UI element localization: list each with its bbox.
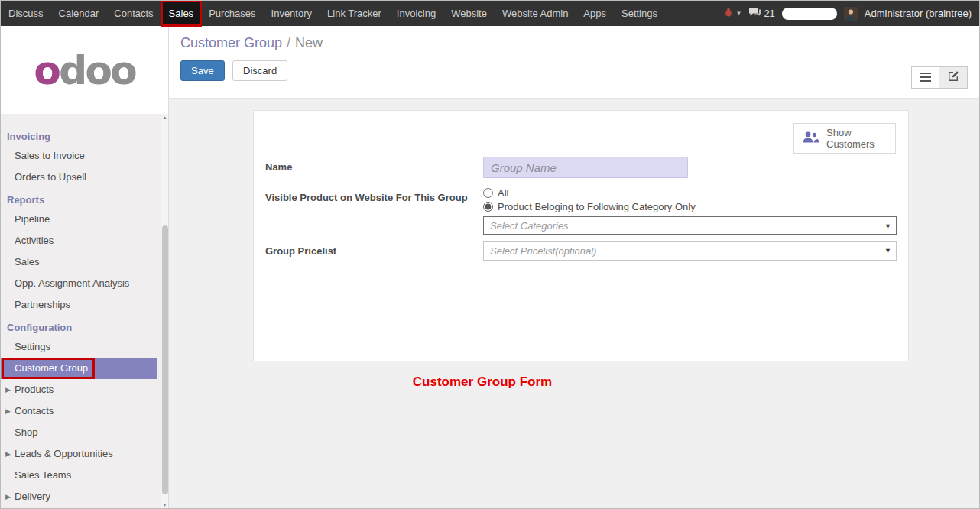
breadcrumb-separator: / [287, 35, 290, 50]
chat-bubble-icon [748, 7, 761, 20]
categories-select[interactable]: Select Categories ▼ [483, 216, 897, 235]
dropdown-caret-icon: ▼ [884, 222, 891, 230]
section-title-reports: Reports [1, 190, 168, 209]
section-title-configuration: Configuration [1, 318, 168, 336]
view-switcher [911, 66, 968, 89]
pricelist-field-label: Group Pricelist [265, 241, 483, 261]
secondary-menu: Invoicing Sales to Invoice Orders to Ups… [1, 114, 168, 507]
chevron-right-icon: ▶ [5, 443, 11, 465]
edit-form-icon [948, 70, 959, 85]
menu-settings[interactable]: Settings [614, 1, 665, 26]
radio-category-only-label[interactable]: Product Beloging to Following Category O… [498, 201, 696, 212]
chevron-right-icon: ▶ [5, 486, 11, 507]
scroll-up-icon[interactable]: ▲ [161, 115, 168, 120]
chevron-down-icon: ▼ [735, 10, 741, 17]
form-card: Show Customers Name Visible Product on W… [253, 110, 909, 361]
sidebar-item-label: Delivery [15, 491, 50, 502]
sidebar-item-sales[interactable]: Sales [1, 251, 168, 273]
radio-option-all: All [483, 187, 897, 199]
message-count: 21 [764, 8, 774, 19]
sidebar: odoo Invoicing Sales to Invoice Orders t… [1, 26, 169, 508]
sidebar-item-label: Leads & Opportunities [15, 448, 113, 459]
sidebar-item-activities[interactable]: Activities [1, 230, 168, 251]
menu-website-admin[interactable]: Website Admin [495, 1, 576, 26]
bug-icon [724, 8, 733, 19]
menu-contacts[interactable]: Contacts [106, 1, 161, 26]
status-pill [782, 8, 837, 20]
sidebar-item-settings[interactable]: Settings [1, 336, 168, 358]
sidebar-item-opp-assignment-analysis[interactable]: Opp. Assignment Analysis [1, 273, 168, 294]
menu-invoicing[interactable]: Invoicing [389, 1, 443, 26]
pricelist-select[interactable]: Select Pricelist(optional) ▼ [483, 241, 897, 261]
sidebar-item-leads-opportunities[interactable]: ▶ Leads & Opportunities [1, 443, 168, 465]
sidebar-item-label: Customer Group [15, 362, 88, 374]
top-navbar: Discuss Calendar Contacts Sales Purchase… [1, 1, 979, 26]
form-fields: Name Visible Product on Website For This… [265, 157, 897, 261]
radio-all-label[interactable]: All [498, 187, 508, 199]
radio-category-only[interactable] [483, 202, 493, 212]
odoo-logo[interactable]: odoo [34, 47, 135, 93]
debug-menu-button[interactable]: ▼ [724, 8, 741, 19]
radio-option-category: Product Beloging to Following Category O… [483, 201, 897, 212]
form-view-button[interactable] [939, 66, 968, 89]
form-view: Show Customers Name Visible Product on W… [169, 99, 979, 390]
app-menu: Discuss Calendar Contacts Sales Purchase… [1, 1, 665, 26]
sidebar-item-label: Contacts [15, 405, 54, 417]
annotation-caption: Customer Group Form [253, 374, 712, 390]
messages-button[interactable]: 21 [748, 7, 774, 20]
sidebar-item-shop[interactable]: Shop [1, 422, 168, 443]
breadcrumb-parent-link[interactable]: Customer Group [180, 35, 282, 50]
name-field-label: Name [265, 157, 483, 178]
field-row-name: Name [265, 157, 897, 178]
pricelist-select-placeholder: Select Pricelist(optional) [490, 245, 596, 257]
field-row-visible-product: Visible Product on Website For This Grou… [265, 187, 897, 235]
show-customers-label: Show Customers [826, 127, 888, 150]
customers-icon [801, 131, 819, 147]
topbar-right: ▼ 21 Administrator (braintree) [724, 1, 979, 26]
sidebar-item-pipeline[interactable]: Pipeline [1, 209, 168, 230]
visible-product-field-label: Visible Product on Website For This Grou… [265, 187, 483, 235]
breadcrumb-current: New [295, 35, 323, 50]
sidebar-item-delivery[interactable]: ▶ Delivery [1, 486, 168, 507]
chevron-right-icon: ▶ [5, 400, 11, 422]
chevron-right-icon: ▶ [5, 379, 11, 400]
scrollbar-thumb[interactable] [162, 225, 168, 494]
save-button[interactable]: Save [180, 60, 225, 81]
show-customers-button[interactable]: Show Customers [793, 123, 896, 154]
sidebar-item-customer-group[interactable]: Customer Group [1, 358, 157, 379]
sidebar-item-partnerships[interactable]: Partnerships [1, 294, 168, 316]
sidebar-item-sales-teams[interactable]: Sales Teams [1, 465, 168, 486]
app-window: Discuss Calendar Contacts Sales Purchase… [0, 0, 980, 509]
logo-area: odoo [1, 26, 168, 114]
scroll-down-icon[interactable]: ▼ [161, 502, 168, 507]
main-content: Customer Group/New Save Discard [169, 26, 979, 508]
section-title-invoicing: Invoicing [1, 127, 168, 145]
menu-inventory[interactable]: Inventory [264, 1, 320, 26]
sidebar-item-contacts[interactable]: ▶ Contacts [1, 400, 168, 422]
form-buttons: Save Discard [180, 60, 968, 81]
discard-button[interactable]: Discard [232, 60, 287, 81]
list-icon [920, 71, 931, 85]
breadcrumb: Customer Group/New [180, 35, 968, 51]
menu-link-tracker[interactable]: Link Tracker [320, 1, 389, 26]
menu-sales[interactable]: Sales [161, 1, 202, 26]
menu-apps[interactable]: Apps [576, 1, 614, 26]
menu-calendar[interactable]: Calendar [51, 1, 107, 26]
group-name-input[interactable] [483, 157, 688, 178]
dropdown-caret-icon: ▼ [884, 247, 891, 254]
menu-purchases[interactable]: Purchases [201, 1, 263, 26]
sidebar-item-label: Products [15, 384, 54, 395]
sidebar-item-sales-to-invoice[interactable]: Sales to Invoice [1, 145, 168, 167]
sidebar-scrollbar[interactable]: ▲ ▼ [161, 114, 168, 508]
radio-all[interactable] [483, 188, 493, 198]
avatar[interactable] [844, 7, 858, 21]
control-panel: Customer Group/New Save Discard [169, 26, 979, 99]
field-row-pricelist: Group Pricelist Select Pricelist(optiona… [265, 241, 897, 261]
list-view-button[interactable] [911, 66, 939, 89]
menu-website[interactable]: Website [443, 1, 495, 26]
sidebar-item-products[interactable]: ▶ Products [1, 379, 168, 400]
categories-select-placeholder: Select Categories [490, 220, 569, 232]
sidebar-item-orders-to-upsell[interactable]: Orders to Upsell [1, 167, 168, 188]
user-menu[interactable]: Administrator (braintree) [865, 8, 972, 19]
menu-discuss[interactable]: Discuss [1, 1, 51, 26]
